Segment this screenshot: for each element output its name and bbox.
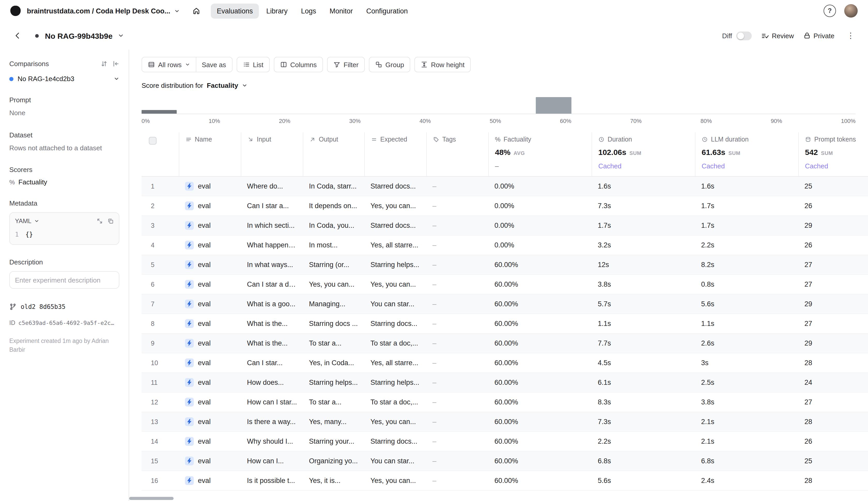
table-row[interactable]: 14 eval Why should I... Starring your...… xyxy=(141,432,868,451)
horizontal-scrollbar-thumb[interactable] xyxy=(129,497,173,500)
diff-toggle[interactable] xyxy=(736,31,752,40)
lightning-icon xyxy=(185,476,194,485)
tokens-cell: 26 xyxy=(798,202,868,210)
tag-icon xyxy=(433,136,439,142)
tab-logs[interactable]: Logs xyxy=(295,3,322,18)
columns-icon xyxy=(280,61,287,68)
group-button[interactable]: Group xyxy=(369,57,410,72)
toggle-knob xyxy=(737,32,744,39)
column-header-prompt-tokens[interactable]: Prompt tokens 542SUM Cached xyxy=(798,132,868,176)
duration-cell: 4.5s xyxy=(592,359,695,367)
metadata-language-select[interactable]: YAML xyxy=(15,217,32,225)
table-row[interactable]: 5 eval In what ways... Starring (or... S… xyxy=(141,255,868,275)
list-button[interactable]: List xyxy=(236,57,269,72)
expected-cell: You can star... xyxy=(364,300,426,308)
all-rows-button[interactable]: All rows xyxy=(142,57,195,72)
row-number: 3 xyxy=(141,222,179,229)
prompt-value: None xyxy=(9,108,119,117)
input-cell: How does... xyxy=(241,379,303,386)
git-ref[interactable]: old2 8d65b35 xyxy=(9,303,119,310)
table-row[interactable]: 10 eval Can I star... Yes, in Coda... Ye… xyxy=(141,353,868,373)
diff-label: Diff xyxy=(722,32,732,40)
tags-cell: – xyxy=(426,241,488,249)
table-row[interactable]: 9 eval What is the... To star a... To st… xyxy=(141,334,868,353)
histogram xyxy=(141,96,856,114)
table-row[interactable]: 15 eval How can I... Organizing yo... Yo… xyxy=(141,451,868,471)
tags-cell: – xyxy=(426,280,488,288)
factuality-cell: 60.00% xyxy=(488,359,592,367)
private-button[interactable]: Private xyxy=(803,32,834,40)
duration-cell: 5.6s xyxy=(592,477,695,484)
scorer-item[interactable]: % Factuality xyxy=(9,178,119,186)
table-row[interactable]: 16 eval Is it possible t... Yes, it is..… xyxy=(141,471,868,491)
tab-monitor[interactable]: Monitor xyxy=(324,3,359,18)
table-row[interactable]: 7 eval What is a goo... Managing... You … xyxy=(141,295,868,314)
review-button[interactable]: Review xyxy=(761,32,794,40)
duration-cell: 2.2s xyxy=(592,437,695,445)
save-as-button[interactable]: Save as xyxy=(195,57,232,72)
column-header-name[interactable]: Name xyxy=(179,132,241,176)
columns-button[interactable]: Columns xyxy=(274,57,323,72)
tab-evaluations[interactable]: Evaluations xyxy=(211,3,259,18)
distribution-scorer: Factuality xyxy=(207,82,238,89)
column-header-input[interactable]: Input xyxy=(241,132,303,176)
column-header-expected[interactable]: Expected xyxy=(364,132,426,176)
home-button[interactable] xyxy=(189,4,203,18)
expected-cell: You can star... xyxy=(364,457,426,465)
percent-icon: % xyxy=(9,179,15,186)
description-input[interactable] xyxy=(9,271,119,289)
collapse-icon[interactable] xyxy=(113,61,119,67)
llm-duration-cell: 5.6s xyxy=(695,300,798,308)
comparisons-label: Comparisons xyxy=(9,60,49,68)
header-actions: Diff Review Private ⋮ xyxy=(722,30,858,41)
back-button[interactable] xyxy=(10,29,25,43)
output-cell: In Coda, you... xyxy=(303,222,364,229)
tab-library[interactable]: Library xyxy=(260,3,294,18)
column-header-tags[interactable]: Tags xyxy=(426,132,488,176)
sort-icon[interactable] xyxy=(101,61,107,67)
select-all-checkbox[interactable] xyxy=(149,137,157,145)
table-row[interactable]: 8 eval What is the... Starring docs ... … xyxy=(141,314,868,334)
chevron-down-icon[interactable] xyxy=(118,33,124,39)
column-header-output[interactable]: Output xyxy=(303,132,364,176)
tags-cell: – xyxy=(426,222,488,229)
lock-icon xyxy=(803,32,811,39)
table-row[interactable]: 12 eval How can I star... To star a... T… xyxy=(141,393,868,412)
row-height-button[interactable]: Row height xyxy=(414,57,471,72)
filter-button[interactable]: Filter xyxy=(327,57,365,72)
table-row[interactable]: 11 eval How does... Starring helps... St… xyxy=(141,373,868,393)
table-row[interactable]: 6 eval Can I star a do... Yes, you can..… xyxy=(141,275,868,295)
breadcrumb[interactable]: braintrustdata.com / Coda Help Desk Coo.… xyxy=(27,7,180,15)
copy-icon[interactable] xyxy=(107,218,114,224)
row-number: 14 xyxy=(141,438,179,445)
help-icon[interactable]: ? xyxy=(824,5,836,17)
factuality-cell: 0.00% xyxy=(488,202,592,210)
primary-nav: Evaluations Library Logs Monitor Configu… xyxy=(211,3,414,18)
output-cell: In Coda, starr... xyxy=(303,182,364,190)
tab-configuration[interactable]: Configuration xyxy=(360,3,414,18)
axis-tick-label: 70% xyxy=(630,118,642,124)
avatar[interactable] xyxy=(844,4,858,18)
table-row[interactable]: 1 eval Where do... In Coda, starr... Sta… xyxy=(141,177,868,196)
tokens-cell: 26 xyxy=(798,241,868,249)
input-cell: Why should I... xyxy=(241,437,303,445)
expand-icon[interactable] xyxy=(97,218,103,224)
chevron-down-icon xyxy=(114,76,119,82)
llm-duration-cell: 2.6s xyxy=(695,339,798,347)
column-header-factuality[interactable]: %Factuality 48%AVG – xyxy=(488,132,592,176)
experiment-id[interactable]: ID c5e639ad-65a6-4692-9a5f-e2c… xyxy=(9,320,119,327)
lightning-icon xyxy=(185,417,194,426)
table-row[interactable]: 3 eval In which secti... In Coda, you...… xyxy=(141,216,868,235)
table-row[interactable]: 2 eval Can I star a... It depends on... … xyxy=(141,196,868,216)
table-row[interactable]: 13 eval Is there a way... Yes, many... Y… xyxy=(141,412,868,432)
llm-duration-cell: 2.5s xyxy=(695,379,798,386)
kebab-menu-icon[interactable]: ⋮ xyxy=(844,30,858,41)
table-row[interactable]: 4 eval What happens... In most... Yes, a… xyxy=(141,235,868,255)
comparison-experiment[interactable]: No RAG-1e4cd2b3 xyxy=(9,75,119,83)
column-header-llm-duration[interactable]: LLM duration 61.63sSUM Cached xyxy=(695,132,798,176)
score-distribution-header[interactable]: Score distribution for Factuality xyxy=(141,82,856,89)
metadata-code-line[interactable]: 1 {} xyxy=(15,231,114,238)
duration-aggregate: 102.06s xyxy=(598,148,626,157)
column-header-duration[interactable]: Duration 102.06sSUM Cached xyxy=(592,132,695,176)
output-icon xyxy=(309,136,316,142)
